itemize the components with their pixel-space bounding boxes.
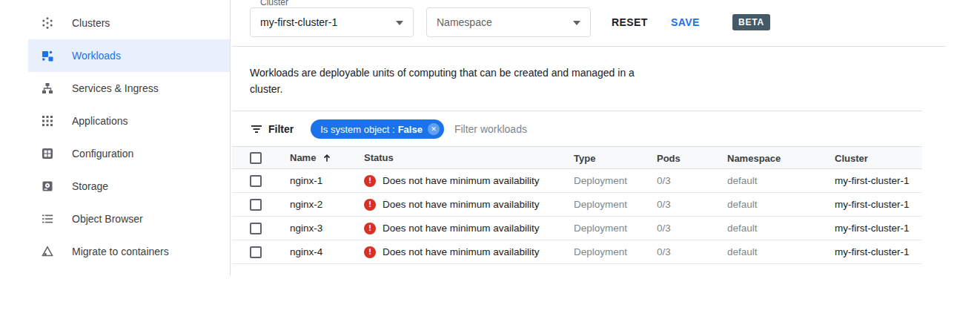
sidebar-item-migrate-to-containers[interactable]: Migrate to containers [28,235,230,268]
column-header-type[interactable]: Type [574,151,657,165]
sidebar-item-services-ingress[interactable]: Services & Ingress [28,72,230,105]
workload-cluster: my-first-cluster-1 [835,246,922,257]
workload-cluster: my-first-cluster-1 [835,223,922,234]
row-checkbox[interactable] [250,199,262,211]
table-header-row: Name Status Type Pods Namespace Cluster [232,146,922,169]
workload-status: ! Does not have minimum availability [364,199,574,211]
workload-type: Deployment [574,199,657,210]
workload-type: Deployment [574,223,657,234]
error-icon: ! [364,199,376,211]
filter-icon [250,122,263,136]
main-content: Cluster my-first-cluster-1 Namespace RES… [231,0,980,322]
object-browser-icon [41,212,54,226]
workload-type: Deployment [574,246,657,257]
status-text: Does not have minimum availability [383,246,540,257]
table-row[interactable]: nginx-4 ! Does not have minimum availabi… [232,240,922,264]
services-ingress-icon [41,82,54,95]
workload-pods: 0/3 [657,199,727,210]
sidebar-item-label: Storage [72,180,108,192]
filter-chip-value: False [398,124,423,135]
sidebar-item-applications[interactable]: Applications [28,105,230,137]
workload-namespace: default [727,175,835,186]
cluster-select[interactable]: Cluster my-first-cluster-1 [250,7,414,37]
cluster-select-value: my-first-cluster-1 [260,16,337,28]
workload-namespace: default [727,223,835,234]
sidebar-item-label: Services & Ingress [72,82,159,94]
select-all-checkbox[interactable] [250,152,262,164]
chip-close-icon[interactable]: ✕ [428,123,440,135]
error-icon: ! [364,246,376,258]
table-row[interactable]: nginx-3 ! Does not have minimum availabi… [232,217,922,240]
sidebar-item-label: Workloads [72,50,121,62]
filter-label: Filter [268,123,294,135]
workload-pods: 0/3 [657,175,727,186]
filter-chip[interactable]: Is system object : False ✕ [311,119,444,139]
namespace-select-placeholder: Namespace [437,16,492,28]
workload-pods: 0/3 [657,223,727,234]
sidebar-item-label: Migrate to containers [72,246,169,257]
column-header-status[interactable]: Status [364,152,574,163]
sidebar-item-label: Clusters [72,17,110,29]
workload-cluster: my-first-cluster-1 [835,175,922,186]
sidebar-item-workloads[interactable]: Workloads [28,39,230,72]
workload-status: ! Does not have minimum availability [364,246,574,258]
dropdown-arrow-icon [573,21,580,25]
reset-button[interactable]: RESET [612,16,648,28]
filter-workloads-input[interactable] [454,123,618,135]
clusters-icon [41,16,54,30]
sidebar-item-label: Applications [72,115,128,127]
toolbar-divider [232,46,946,47]
table-row[interactable]: nginx-2 ! Does not have minimum availabi… [232,193,922,217]
column-header-namespace[interactable]: Namespace [727,151,835,165]
sidebar-item-label: Configuration [72,148,133,160]
status-text: Does not have minimum availability [383,175,540,186]
workload-pods: 0/3 [657,246,727,257]
sort-ascending-icon [322,153,332,163]
error-icon: ! [364,223,376,234]
save-button[interactable]: SAVE [671,16,700,28]
row-checkbox[interactable] [250,175,262,187]
header-checkbox-cell [232,152,290,164]
error-icon: ! [364,175,376,187]
status-text: Does not have minimum availability [383,199,540,210]
dropdown-arrow-icon [396,21,403,25]
table-row[interactable]: nginx-1 ! Does not have minimum availabi… [232,169,922,193]
namespace-select[interactable]: Namespace [426,7,591,37]
workload-type: Deployment [574,175,657,186]
filter-chip-text: Is system object : [320,124,394,135]
sidebar-item-storage[interactable]: Storage [28,170,230,203]
storage-icon [41,180,54,193]
applications-icon [41,114,54,128]
workload-namespace: default [727,246,835,257]
workload-status: ! Does not have minimum availability [364,175,574,187]
workloads-table: Name Status Type Pods Namespace Cluster … [232,146,922,264]
column-header-cluster[interactable]: Cluster [835,151,922,165]
sidebar-item-object-browser[interactable]: Object Browser [28,203,230,235]
workload-name: nginx-4 [290,246,364,257]
workload-name: nginx-1 [290,175,364,186]
migrate-to-containers-icon [41,245,54,258]
row-checkbox[interactable] [250,246,262,258]
column-header-name[interactable]: Name [290,152,364,163]
description-divider [232,111,922,111]
column-header-pods[interactable]: Pods [657,151,727,165]
workload-status: ! Does not have minimum availability [364,223,574,234]
workload-name: nginx-2 [290,199,364,210]
workload-namespace: default [727,199,835,210]
configuration-icon [41,147,54,160]
sidebar-item-label: Object Browser [72,213,143,225]
workloads-icon [41,49,54,62]
status-text: Does not have minimum availability [383,223,540,234]
beta-badge: BETA [732,14,770,30]
filter-bar: Filter Is system object : False ✕ [250,119,618,139]
row-checkbox[interactable] [250,223,262,234]
sidebar-item-configuration[interactable]: Configuration [28,137,230,170]
workloads-description: Workloads are deployable units of comput… [250,65,669,97]
sidebar-item-clusters[interactable]: Clusters [28,7,230,39]
sidebar: Clusters Workloads Services & Ingress [0,7,230,268]
workload-name: nginx-3 [290,223,364,234]
cluster-select-label: Cluster [257,0,291,7]
workload-cluster: my-first-cluster-1 [835,199,922,210]
